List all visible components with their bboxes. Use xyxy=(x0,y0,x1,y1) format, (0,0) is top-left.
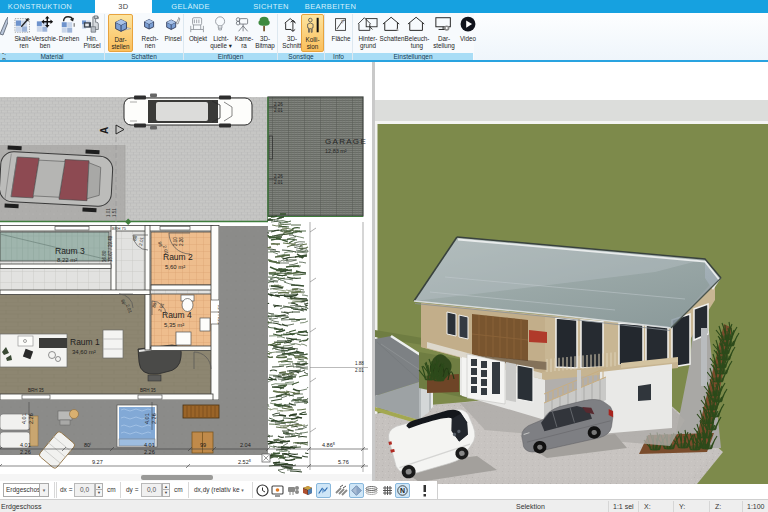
svg-text:1.01: 1.01 xyxy=(106,208,111,217)
svg-text:2.10: 2.10 xyxy=(173,237,178,246)
svg-text:36.80ⁱ: 36.80ⁱ xyxy=(102,250,107,262)
svg-text:4.01: 4.01 xyxy=(20,442,31,448)
svg-text:2.52⁵: 2.52⁵ xyxy=(238,459,251,465)
svg-text:4.01: 4.01 xyxy=(144,413,150,424)
svg-text:2.26: 2.26 xyxy=(20,449,31,455)
svg-text:88ⁱ: 88ⁱ xyxy=(132,234,138,241)
svg-text:5,60 m²: 5,60 m² xyxy=(165,264,185,270)
svg-text:2.26: 2.26 xyxy=(179,237,184,246)
svg-text:1.88: 1.88 xyxy=(355,361,364,366)
svg-text:N: N xyxy=(400,487,405,494)
svg-text:2.26: 2.26 xyxy=(274,174,283,179)
svg-text:2.01: 2.01 xyxy=(274,108,283,113)
svg-text:?: ? xyxy=(341,19,344,25)
svg-text:BRH 35: BRH 35 xyxy=(140,388,156,393)
svg-text:Raum 3: Raum 3 xyxy=(55,246,85,256)
svg-text:5.76: 5.76 xyxy=(338,459,349,465)
svg-text:34,60 m²: 34,60 m² xyxy=(72,349,96,355)
svg-text:99: 99 xyxy=(200,442,206,448)
svg-text:4.86⁵: 4.86⁵ xyxy=(322,442,335,448)
svg-text:BRH 75: BRH 75 xyxy=(112,226,127,231)
svg-text:GARAGE: GARAGE xyxy=(325,137,367,146)
svg-text:BRH 35: BRH 35 xyxy=(28,388,44,393)
svg-text:8,22 m²: 8,22 m² xyxy=(57,257,77,263)
svg-text:2.26: 2.26 xyxy=(274,102,283,107)
svg-text:A: A xyxy=(99,127,110,134)
svg-text:4.01: 4.01 xyxy=(144,442,155,448)
svg-text:2.04: 2.04 xyxy=(240,442,251,448)
svg-text:4.01: 4.01 xyxy=(21,413,27,424)
svg-text:2.01: 2.01 xyxy=(355,368,364,373)
svg-text:2.01: 2.01 xyxy=(274,180,283,185)
svg-text:2.26: 2.26 xyxy=(144,449,155,455)
svg-text:15.67 / 29.49: 15.67 / 29.49 xyxy=(108,235,113,262)
svg-text:12,83 m²: 12,83 m² xyxy=(325,148,347,154)
svg-text:80ⁱ: 80ⁱ xyxy=(84,442,91,448)
svg-text:1.51: 1.51 xyxy=(112,208,117,217)
svg-text:9.27: 9.27 xyxy=(92,459,103,465)
svg-text:5,35 m²: 5,35 m² xyxy=(164,322,184,328)
svg-text:Raum 1: Raum 1 xyxy=(70,337,100,347)
